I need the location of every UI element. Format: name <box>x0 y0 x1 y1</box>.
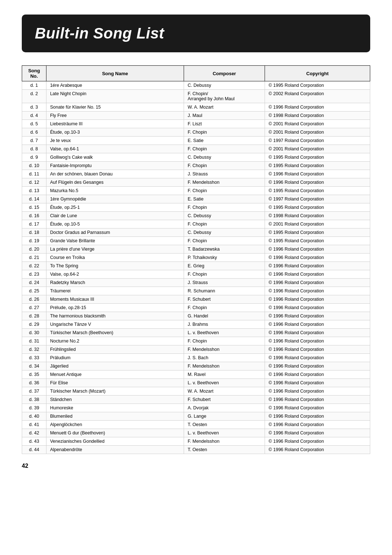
cell-song-name: Valse, op.64-2 <box>46 270 184 279</box>
cell-song-no: d. 26 <box>22 295 46 304</box>
table-row: d. 5Liebesträume IIIF. Liszt© 2001 Rolan… <box>22 120 370 128</box>
cell-song-no: d. 19 <box>22 237 46 245</box>
cell-copyright: © 1996 Roland Corporation <box>265 370 370 379</box>
cell-copyright: © 1996 Roland Corporation <box>265 379 370 387</box>
table-row: d. 20La prière d'une ViergeT. Badarzewsk… <box>22 245 370 254</box>
cell-copyright: © 2001 Roland Corporation <box>265 145 370 153</box>
table-row: d. 141ère GymnopédieE. Satie© 1997 Rolan… <box>22 195 370 203</box>
cell-song-name: Golliwog's Cake walk <box>46 153 184 162</box>
cell-copyright: © 1996 Roland Corporation <box>265 103 370 112</box>
table-row: d. 4Fly FreeJ. Maul© 1998 Roland Corpora… <box>22 112 370 120</box>
cell-song-no: d. 41 <box>22 421 46 429</box>
table-row: d. 43Venezianisches GondelliedF. Mendels… <box>22 437 370 446</box>
cell-song-name: Träumerei <box>46 287 184 295</box>
cell-song-no: d. 35 <box>22 370 46 379</box>
cell-composer: C. Debussy <box>184 81 265 90</box>
cell-song-no: d. 22 <box>22 262 46 270</box>
cell-song-name: Valse, op.64-1 <box>46 145 184 153</box>
cell-song-name: Menuet Antique <box>46 370 184 379</box>
table-row: d. 6Étude, op.10-3F. Chopin© 2001 Roland… <box>22 128 370 137</box>
cell-composer: T. Oesten <box>184 446 265 454</box>
table-row: d. 32FrühlingsliedF. Mendelsshon© 1996 R… <box>22 345 370 354</box>
cell-composer: G. Handel <box>184 312 265 320</box>
table-row: d. 36Für EliseL. v. Beethoven© 1996 Rola… <box>22 379 370 387</box>
cell-song-no: d. 6 <box>22 128 46 137</box>
table-row: d. 30Türkischer Marsch (Beethoven)L. v. … <box>22 329 370 337</box>
table-row: d. 23Valse, op.64-2F. Chopin© 1996 Rolan… <box>22 270 370 279</box>
table-row: d. 33PräludiumJ. S. Bach© 1996 Roland Co… <box>22 354 370 362</box>
table-row: d. 22To The SpringE. Grieg© 1996 Roland … <box>22 262 370 270</box>
cell-copyright: © 1995 Roland Corporation <box>265 153 370 162</box>
cell-composer: F. Chopin <box>184 162 265 170</box>
cell-composer: R. Schumann <box>184 287 265 295</box>
cell-copyright: © 1995 Roland Corporation <box>265 81 370 90</box>
table-row: d. 27Prélude, op.28-15F. Chopin© 1996 Ro… <box>22 304 370 312</box>
cell-copyright: © 1996 Roland Corporation <box>265 345 370 354</box>
cell-song-no: d. 7 <box>22 137 46 145</box>
cell-song-no: d. 12 <box>22 178 46 187</box>
cell-composer: L. v. Beethoven <box>184 429 265 437</box>
table-row: d. 41AlpenglöckchenT. Oesten© 1996 Rolan… <box>22 421 370 429</box>
table-row: d. 26Moments Musicaux IIIF. Schubert© 19… <box>22 295 370 304</box>
cell-composer: J. Strauss <box>184 279 265 287</box>
title-box: Built-in Song List <box>22 15 370 52</box>
cell-copyright: © 2001 Roland Corporation <box>265 128 370 137</box>
table-row: d. 40BlumenliedG. Lange© 1996 Roland Cor… <box>22 412 370 421</box>
cell-copyright: © 1996 Roland Corporation <box>265 254 370 262</box>
table-row: d. 24Radetzky MarschJ. Strauss© 1996 Rol… <box>22 279 370 287</box>
cell-copyright: © 1997 Roland Corporation <box>265 195 370 203</box>
cell-song-no: d. 29 <box>22 320 46 329</box>
cell-song-no: d. 30 <box>22 329 46 337</box>
cell-composer: F. Chopin <box>184 304 265 312</box>
cell-song-no: d. 31 <box>22 337 46 345</box>
table-row: d. 9Golliwog's Cake walkC. Debussy© 1995… <box>22 153 370 162</box>
cell-song-name: Türkischer Marsch (Beethoven) <box>46 329 184 337</box>
cell-song-name: Frühlingslied <box>46 345 184 354</box>
cell-song-no: d. 11 <box>22 170 46 178</box>
cell-song-name: Menuett G dur (Beethoven) <box>46 429 184 437</box>
cell-song-name: Für Elise <box>46 379 184 387</box>
cell-composer: C. Debussy <box>184 153 265 162</box>
cell-copyright: © 1998 Roland Corporation <box>265 112 370 120</box>
cell-copyright: © 1997 Roland Corporation <box>265 137 370 145</box>
cell-song-name: Venezianisches Gondellied <box>46 437 184 446</box>
cell-copyright: © 1995 Roland Corporation <box>265 187 370 195</box>
cell-copyright: © 1996 Roland Corporation <box>265 287 370 295</box>
cell-copyright: © 1996 Roland Corporation <box>265 304 370 312</box>
cell-composer: E. Grieg <box>184 262 265 270</box>
cell-song-name: Clair de Lune <box>46 212 184 220</box>
cell-song-no: d. 21 <box>22 254 46 262</box>
cell-composer: E. Satie <box>184 137 265 145</box>
cell-composer: G. Lange <box>184 412 265 421</box>
cell-song-no: d. 5 <box>22 120 46 128</box>
cell-copyright: © 1995 Roland Corporation <box>265 228 370 237</box>
cell-composer: C. Debussy <box>184 228 265 237</box>
cell-song-name: Mazurka No.5 <box>46 187 184 195</box>
table-row: d. 10Fantaisie-ImpromptuF. Chopin© 1995 … <box>22 162 370 170</box>
table-row: d. 29Ungarische Tänze VJ. Brahms© 1996 R… <box>22 320 370 329</box>
cell-song-name: Alpenabendröte <box>46 446 184 454</box>
cell-copyright: © 1996 Roland Corporation <box>265 362 370 370</box>
cell-copyright: © 1996 Roland Corporation <box>265 279 370 287</box>
cell-song-name: Alpenglöckchen <box>46 421 184 429</box>
table-header-row: SongNo. Song Name Composer Copyright <box>22 66 370 81</box>
cell-copyright: © 1996 Roland Corporation <box>265 446 370 454</box>
table-row: d. 16Clair de LuneC. Debussy© 1998 Rolan… <box>22 212 370 220</box>
table-row: d. 11ére ArabesqueC. Debussy© 1995 Rolan… <box>22 81 370 90</box>
col-header-copyright: Copyright <box>265 66 370 81</box>
cell-song-name: Radetzky Marsch <box>46 279 184 287</box>
cell-song-no: d. 2 <box>22 90 46 103</box>
cell-copyright: © 1996 Roland Corporation <box>265 312 370 320</box>
cell-composer: F. Chopin <box>184 203 265 212</box>
table-row: d. 8Valse, op.64-1F. Chopin© 2001 Roland… <box>22 145 370 153</box>
table-row: d. 13Mazurka No.5F. Chopin© 1995 Roland … <box>22 187 370 195</box>
table-row: d. 15Étude, op.25-1F. Chopin© 1995 Rolan… <box>22 203 370 212</box>
table-row: d. 31Nocturne No.2F. Chopin© 1996 Roland… <box>22 337 370 345</box>
cell-copyright: © 1996 Roland Corporation <box>265 170 370 178</box>
cell-song-name: Präludium <box>46 354 184 362</box>
cell-song-name: Doctor Gradus ad Parnassum <box>46 228 184 237</box>
cell-copyright: © 2001 Roland Corporation <box>265 220 370 228</box>
cell-song-no: d. 4 <box>22 112 46 120</box>
col-header-song-name: Song Name <box>46 66 184 81</box>
cell-song-name: Auf Flügeln des Gesanges <box>46 178 184 187</box>
